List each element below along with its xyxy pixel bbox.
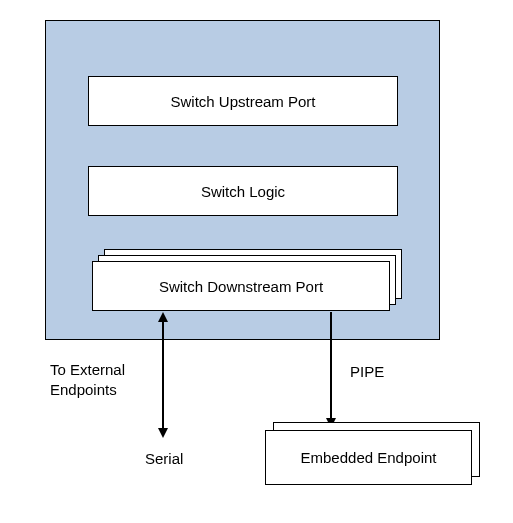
logic-label: Switch Logic bbox=[201, 183, 285, 200]
endpoint-label: Embedded Endpoint bbox=[301, 449, 437, 466]
upstream-label: Switch Upstream Port bbox=[170, 93, 315, 110]
arrow-line-serial bbox=[162, 320, 164, 430]
embedded-endpoint-block: Embedded Endpoint bbox=[265, 430, 472, 485]
downstream-port-stack: Switch Downstream Port bbox=[92, 261, 402, 311]
serial-label: Serial bbox=[145, 450, 183, 467]
switch-container: Switch Upstream Port Switch Logic Switch… bbox=[45, 20, 440, 340]
embedded-endpoint-stack: Embedded Endpoint bbox=[265, 430, 480, 485]
downstream-label: Switch Downstream Port bbox=[159, 278, 323, 295]
arrow-down-head-serial bbox=[158, 428, 168, 438]
arrow-line-pipe bbox=[330, 312, 332, 420]
pipe-label: PIPE bbox=[350, 363, 384, 380]
downstream-port-block: Switch Downstream Port bbox=[92, 261, 390, 311]
switch-logic-block: Switch Logic bbox=[88, 166, 398, 216]
upstream-port-block: Switch Upstream Port bbox=[88, 76, 398, 126]
external-endpoints-label: To External Endpoints bbox=[50, 360, 125, 399]
